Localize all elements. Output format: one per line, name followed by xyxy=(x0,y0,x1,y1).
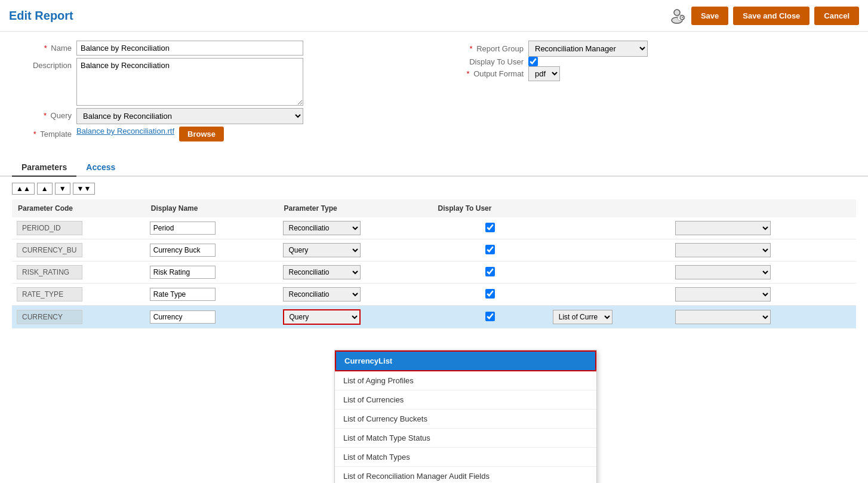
display-user-cell xyxy=(432,306,548,329)
params-table-body: PERIOD_ID Reconciliatio xyxy=(12,217,856,328)
user-icon[interactable]: ⚙ xyxy=(667,6,687,25)
query-source-cell: List of Curre xyxy=(548,306,670,329)
name-input[interactable] xyxy=(76,41,303,56)
display-name-cell xyxy=(145,262,278,284)
param-code-cell: CURRENCY xyxy=(12,306,145,329)
display-name-input[interactable] xyxy=(150,221,216,235)
cancel-button[interactable]: Cancel xyxy=(814,7,859,25)
page-title: Edit Report xyxy=(9,9,73,23)
col-extra2 xyxy=(670,199,856,217)
dropdown-item[interactable]: List of Currency Buckets xyxy=(335,410,596,429)
tab-access[interactable]: Access xyxy=(76,159,125,176)
move-top-button[interactable]: ▲▲ xyxy=(12,183,35,195)
header: Edit Report ⚙ Save Save and Close Cancel xyxy=(0,0,868,32)
description-textarea[interactable]: Balance by Reconciliation xyxy=(76,58,303,106)
extra-cell2 xyxy=(670,306,856,329)
row-display-checkbox[interactable] xyxy=(485,267,495,276)
save-and-close-button[interactable]: Save and Close xyxy=(733,7,809,25)
param-code-label: RATE_TYPE xyxy=(17,287,82,302)
page: Edit Report ⚙ Save Save and Close Cancel xyxy=(0,0,868,483)
move-down-button[interactable]: ▼ xyxy=(55,183,70,195)
param-type-select-highlighted[interactable]: Query xyxy=(283,309,361,325)
row-display-checkbox[interactable] xyxy=(485,245,495,254)
dropdown-item[interactable]: List of Match Type Status xyxy=(335,429,596,448)
extra-cell1 xyxy=(548,262,670,284)
currency-extra-select[interactable] xyxy=(675,310,771,324)
move-up-button[interactable]: ▲ xyxy=(37,183,53,195)
form-area: * Name Description Balance by Reconcilia… xyxy=(0,32,868,153)
param-code-cell: PERIOD_ID xyxy=(12,217,145,239)
query-select[interactable]: Balance by Reconciliation xyxy=(76,108,303,124)
display-name-cell xyxy=(145,217,278,239)
param-type-select[interactable]: Reconciliatio xyxy=(283,265,361,279)
move-bottom-button[interactable]: ▼▼ xyxy=(73,183,96,195)
col-extra xyxy=(548,199,670,217)
template-label: * Template xyxy=(12,127,72,139)
row-display-checkbox[interactable] xyxy=(485,223,495,232)
name-label: * Name xyxy=(12,41,72,53)
param-type-cell: Query xyxy=(278,306,432,329)
display-name-input[interactable] xyxy=(150,288,216,301)
col-param-code: Parameter Code xyxy=(12,199,145,217)
template-link[interactable]: Balance by Reconciliation.rtf xyxy=(76,127,174,136)
header-actions: ⚙ Save Save and Close Cancel xyxy=(667,6,859,25)
rg-required-star: * xyxy=(470,44,473,53)
dropdown-overlay: CurrencyList List of Aging Profiles List… xyxy=(334,350,597,483)
param-type-cell: Query xyxy=(278,239,432,262)
row-display-checkbox[interactable] xyxy=(485,289,495,299)
parameters-table: Parameter Code Display Name Parameter Ty… xyxy=(12,199,856,328)
param-code-label: CURRENCY_BU xyxy=(17,243,82,257)
display-name-cell xyxy=(145,239,278,262)
params-toolbar: ▲▲ ▲ ▼ ▼▼ xyxy=(12,183,856,195)
browse-button[interactable]: Browse xyxy=(179,127,224,141)
param-type-cell: Reconciliatio xyxy=(278,262,432,284)
table-row: RATE_TYPE Reconciliatio xyxy=(12,284,856,306)
table-row: CURRENCY Query List xyxy=(12,306,856,329)
report-group-label: * Report Group xyxy=(446,44,524,53)
param-type-select[interactable]: Reconciliatio xyxy=(283,287,361,302)
table-row: CURRENCY_BU Query xyxy=(12,239,856,262)
description-row: Description Balance by Reconciliation xyxy=(12,58,422,106)
save-button[interactable]: Save xyxy=(691,7,728,25)
row-display-checkbox[interactable] xyxy=(485,312,495,321)
col-display-to-user: Display To User xyxy=(432,199,548,217)
output-format-row: * Output Format pdf xyxy=(446,66,856,81)
param-type-cell: Reconciliatio xyxy=(278,284,432,306)
display-name-input[interactable] xyxy=(150,244,216,257)
riskrating-extra-select[interactable] xyxy=(675,265,771,279)
display-name-input[interactable] xyxy=(150,310,216,324)
query-required-star: * xyxy=(44,111,47,120)
dropdown-item[interactable]: CurrencyList xyxy=(335,350,596,371)
extra-cell1 xyxy=(548,217,670,239)
display-name-input[interactable] xyxy=(150,266,216,279)
ratetype-extra-select[interactable] xyxy=(675,287,771,302)
dropdown-item[interactable]: List of Match Types xyxy=(335,448,596,467)
param-code-cell: RATE_TYPE xyxy=(12,284,145,306)
param-code-cell: CURRENCY_BU xyxy=(12,239,145,262)
tab-parameters[interactable]: Parameters xyxy=(12,159,76,177)
form-two-col: * Name Description Balance by Reconcilia… xyxy=(12,41,856,144)
dropdown-item[interactable]: List of Reconciliation Manager Audit Fie… xyxy=(335,467,596,483)
period-extra-select[interactable] xyxy=(675,221,771,235)
col-display-name: Display Name xyxy=(145,199,278,217)
params-table-header: Parameter Code Display Name Parameter Ty… xyxy=(12,199,856,217)
display-user-cell xyxy=(432,284,548,306)
table-row: PERIOD_ID Reconciliatio xyxy=(12,217,856,239)
query-row: * Query Balance by Reconciliation xyxy=(12,108,422,124)
currencybu-extra-select[interactable] xyxy=(675,243,771,257)
dropdown-item[interactable]: List of Currencies xyxy=(335,390,596,410)
user-avatar-icon: ⚙ xyxy=(669,7,685,24)
display-to-user-checkbox[interactable] xyxy=(528,57,538,66)
tabs-bar: Parameters Access xyxy=(0,153,868,177)
query-source-select[interactable]: List of Curre xyxy=(553,310,612,324)
form-right-col: * Report Group Reconciliation Manager Di… xyxy=(422,41,856,144)
dropdown-item[interactable]: List of Aging Profiles xyxy=(335,371,596,390)
extra-cell2 xyxy=(670,239,856,262)
extra-cell1 xyxy=(548,239,670,262)
display-user-cell xyxy=(432,217,548,239)
param-code-label: CURRENCY xyxy=(17,310,82,324)
report-group-select[interactable]: Reconciliation Manager xyxy=(528,41,648,57)
param-type-select[interactable]: Reconciliatio xyxy=(283,221,361,235)
param-type-select[interactable]: Query xyxy=(283,243,361,257)
output-format-select[interactable]: pdf xyxy=(528,66,560,81)
